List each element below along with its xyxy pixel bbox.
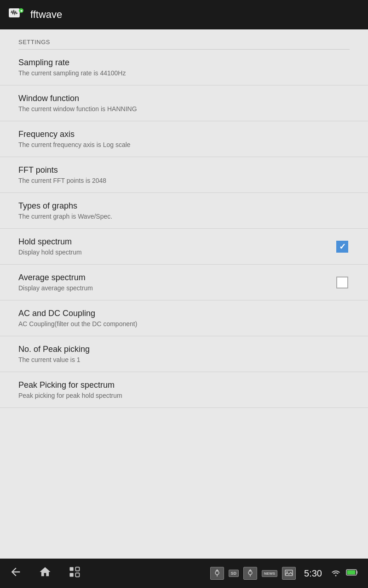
app-title: fftwave [30, 9, 62, 21]
checkbox-average-spectrum[interactable] [336, 277, 348, 288]
settings-item-window-function[interactable]: Window functionThe current window functi… [0, 85, 368, 121]
item-title-average-spectrum: Average spectrum [18, 273, 93, 283]
time-display: 5:30 [304, 568, 322, 579]
svg-point-18 [287, 571, 288, 573]
item-title-ac-dc-coupling: AC and DC Coupling [18, 309, 137, 318]
home-button[interactable] [39, 565, 52, 581]
item-title-fft-points: FFT points [18, 165, 106, 175]
item-subtitle-frequency-axis: The current frequency axis is Log scale [18, 141, 131, 148]
item-title-sampling-rate: Sampling rate [18, 58, 126, 68]
svg-point-9 [215, 571, 219, 575]
image-icon [282, 567, 296, 580]
svg-rect-6 [70, 573, 74, 577]
sd-icon: SD [229, 570, 239, 577]
settings-item-fft-points[interactable]: FFT pointsThe current FFT points is 2048 [0, 157, 368, 193]
wifi-icon [330, 568, 341, 579]
item-title-types-of-graphs: Types of graphs [18, 201, 112, 211]
svg-point-13 [248, 571, 252, 575]
checkmark-hold-spectrum: ✓ [339, 243, 346, 251]
item-title-hold-spectrum: Hold spectrum [18, 237, 82, 247]
settings-item-peak-picking-spectrum[interactable]: Peak Picking for spectrumPeak picking fo… [0, 372, 368, 408]
item-subtitle-hold-spectrum: Display hold spectrum [18, 249, 82, 256]
item-title-peak-picking-no: No. of Peak picking [18, 345, 90, 354]
usb-icon [210, 567, 224, 580]
settings-item-frequency-axis[interactable]: Frequency axisThe current frequency axis… [0, 121, 368, 157]
checkbox-container-average-spectrum [335, 275, 350, 290]
app-icon: ◄ [7, 6, 25, 23]
settings-content: SETTINGS Sampling rateThe current sampli… [0, 29, 368, 559]
settings-item-types-of-graphs[interactable]: Types of graphsThe current graph is Wave… [0, 193, 368, 229]
svg-rect-7 [75, 567, 79, 571]
item-subtitle-types-of-graphs: The current graph is Wave/Spec. [18, 213, 112, 220]
nav-left [9, 565, 81, 581]
item-subtitle-ac-dc-coupling: AC Coupling(filter out the DC component) [18, 320, 137, 328]
back-button[interactable] [9, 565, 22, 581]
settings-item-hold-spectrum[interactable]: Hold spectrumDisplay hold spectrum✓ [0, 229, 368, 265]
item-subtitle-peak-picking-no: The current value is 1 [18, 356, 90, 363]
item-subtitle-sampling-rate: The current sampling rate is 44100Hz [18, 69, 126, 77]
usb2-icon [243, 567, 257, 580]
settings-item-peak-picking-no[interactable]: No. of Peak pickingThe current value is … [0, 336, 368, 372]
settings-list: Sampling rateThe current sampling rate i… [0, 50, 368, 408]
checkbox-hold-spectrum[interactable]: ✓ [336, 241, 348, 253]
topbar: ◄ fftwave [0, 0, 368, 29]
nav-right: SD NEWS 5:30 [210, 567, 359, 580]
settings-header: SETTINGS [0, 29, 368, 49]
svg-rect-5 [70, 567, 74, 571]
svg-text:◄: ◄ [19, 9, 23, 13]
svg-point-19 [335, 575, 337, 577]
item-title-window-function: Window function [18, 94, 137, 103]
checkbox-container-hold-spectrum: ✓ [335, 239, 350, 254]
battery-icon [346, 568, 359, 579]
recents-button[interactable] [68, 565, 81, 581]
item-subtitle-window-function: The current window function is HANNING [18, 105, 137, 113]
navbar: SD NEWS 5:30 [0, 559, 368, 588]
news-icon: NEWS [262, 570, 277, 577]
svg-rect-21 [347, 571, 356, 575]
settings-item-ac-dc-coupling[interactable]: AC and DC CouplingAC Coupling(filter out… [0, 300, 368, 336]
item-subtitle-fft-points: The current FFT points is 2048 [18, 177, 106, 184]
settings-item-sampling-rate[interactable]: Sampling rateThe current sampling rate i… [0, 50, 368, 85]
settings-item-average-spectrum[interactable]: Average spectrumDisplay average spectrum [0, 265, 368, 300]
item-title-peak-picking-spectrum: Peak Picking for spectrum [18, 380, 122, 390]
item-subtitle-average-spectrum: Display average spectrum [18, 284, 93, 292]
item-title-frequency-axis: Frequency axis [18, 130, 131, 139]
svg-rect-8 [75, 573, 79, 577]
item-subtitle-peak-picking-spectrum: Peak picking for peak hold spectrum [18, 392, 122, 399]
